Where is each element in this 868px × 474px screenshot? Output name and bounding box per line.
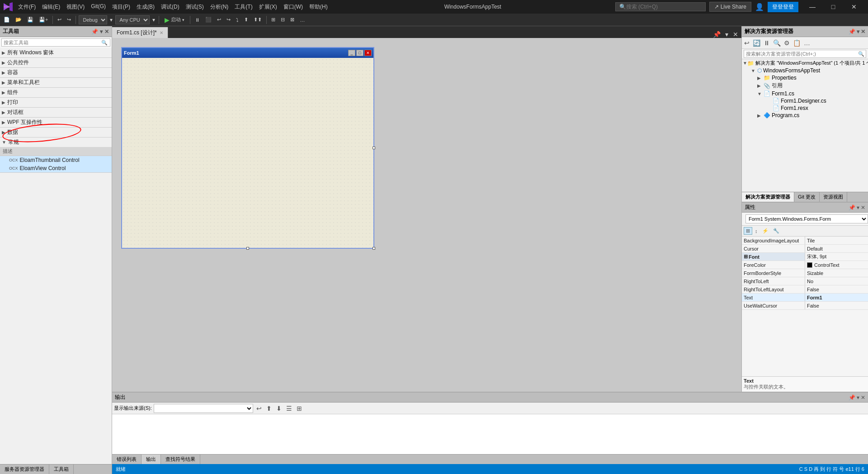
menu-help[interactable]: 帮助(H) xyxy=(307,2,330,12)
layout-btn-1[interactable]: ⊞ xyxy=(269,16,277,24)
redo-button[interactable]: ↪ xyxy=(65,16,73,24)
tree-programcs[interactable]: ▶ 🔷 Program.cs xyxy=(742,112,868,119)
tab-find-results[interactable]: 查找符号结果 xyxy=(161,455,200,464)
tab-bar-close[interactable]: ✕ xyxy=(731,31,740,38)
close-button[interactable]: ✕ xyxy=(844,0,864,14)
prop-val-wait-cursor[interactable]: False xyxy=(805,302,868,309)
live-share-button[interactable]: ↗ Live Share xyxy=(709,2,751,12)
tab-output[interactable]: 输出 xyxy=(142,455,161,464)
output-content[interactable] xyxy=(112,414,868,454)
menu-debug[interactable]: 调试(D) xyxy=(158,2,182,12)
maximize-button[interactable]: □ xyxy=(823,0,844,14)
toolbox-group-header-print[interactable]: ▶ 打印 xyxy=(0,98,112,107)
toolbox-arrow-icon[interactable]: ▾ xyxy=(100,28,103,35)
solution-tab-explorer[interactable]: 解决方案资源管理器 xyxy=(742,192,794,202)
form-close[interactable]: ✕ xyxy=(364,50,372,56)
props-close-icon[interactable]: ✕ xyxy=(861,204,865,211)
open-button[interactable]: 📂 xyxy=(14,16,24,24)
register-button[interactable]: 登登登登 xyxy=(768,2,798,12)
output-btn-4[interactable]: ☰ xyxy=(285,405,293,412)
sol-toolbar-btn-3[interactable]: ⏸ xyxy=(762,39,771,47)
layout-btn-2[interactable]: ⊟ xyxy=(279,16,287,24)
props-btn-sort[interactable]: ↕ xyxy=(753,228,760,234)
designer-canvas[interactable]: Form1 _ □ ✕ xyxy=(112,38,741,392)
bottom-tab-toolbox[interactable]: 工具箱 xyxy=(49,465,74,474)
props-pin-icon[interactable]: 📌 xyxy=(849,204,855,211)
form-body[interactable] xyxy=(122,58,373,248)
bottom-tab-server-explorer[interactable]: 服务器资源管理器 xyxy=(0,465,49,474)
output-source-select[interactable] xyxy=(154,404,253,413)
layout-btn-4[interactable]: … xyxy=(298,16,307,24)
search-input[interactable] xyxy=(626,4,698,10)
prop-val-cursor[interactable]: Default xyxy=(805,245,868,252)
resize-handle-right[interactable] xyxy=(373,147,375,149)
save-all-button[interactable]: 💾+ xyxy=(37,16,50,24)
toolbox-group-header-components[interactable]: ▶ 组件 xyxy=(0,88,112,97)
prop-val-font[interactable]: 宋体, 9pt xyxy=(805,253,868,261)
sol-toolbar-btn-4[interactable]: 🔍 xyxy=(772,39,782,47)
solution-tab-resource[interactable]: 资源视图 xyxy=(820,192,847,202)
tab-bar-more[interactable]: ▾ xyxy=(724,31,730,38)
menu-view[interactable]: 视图(V) xyxy=(64,2,87,12)
resize-handle-bottom-right[interactable] xyxy=(373,247,375,250)
form-maximize[interactable]: □ xyxy=(356,50,363,56)
prop-val-rtl-layout[interactable]: False xyxy=(805,285,868,293)
output-pin-icon[interactable]: 📌 xyxy=(849,394,855,401)
tree-form1resx[interactable]: ▶ 📄 Form1.resx xyxy=(742,104,868,112)
debug-btn-6[interactable]: ⬆ xyxy=(242,16,250,24)
sol-toolbar-btn-1[interactable]: ↩ xyxy=(743,39,751,47)
menu-git[interactable]: Git(G) xyxy=(88,2,108,12)
debug-btn-4[interactable]: ↪ xyxy=(225,16,232,24)
platform-select[interactable]: Any CPU xyxy=(115,15,150,24)
output-btn-3[interactable]: ⬇ xyxy=(275,405,283,412)
props-btn-events[interactable]: ⚡ xyxy=(760,228,770,234)
solution-tab-git[interactable]: Git 更改 xyxy=(794,192,820,202)
props-btn-grid[interactable]: ⊞ xyxy=(744,227,752,235)
menu-build[interactable]: 生成(B) xyxy=(134,2,157,12)
toolbox-group-header-data[interactable]: ▶ 数据 xyxy=(0,128,112,137)
profile-icon[interactable]: 👤 xyxy=(755,3,764,11)
undo-button[interactable]: ↩ xyxy=(56,16,63,24)
tab-error-list[interactable]: 错误列表 xyxy=(112,455,142,464)
sol-arrow-icon[interactable]: ▾ xyxy=(857,28,859,35)
toolbox-group-header-general[interactable]: ▼ 常规 xyxy=(0,137,112,147)
toolbox-item-eloam-thumbnail[interactable]: OCX EloamThumbnail Control xyxy=(0,156,112,164)
tree-properties[interactable]: ▶ 📁 Properties xyxy=(742,74,868,81)
debug-btn-3[interactable]: ↩ xyxy=(215,16,223,24)
prop-val-text[interactable]: Form1 xyxy=(805,294,868,301)
toolbox-group-header-menus[interactable]: ▶ 菜单和工具栏 xyxy=(0,78,112,87)
toolbox-item-eloam-view[interactable]: OCX EloamView Control xyxy=(0,164,112,172)
debug-btn-2[interactable]: ⬛ xyxy=(203,16,213,24)
output-btn-5[interactable]: ⊞ xyxy=(295,405,303,412)
layout-btn-3[interactable]: ⊠ xyxy=(288,16,296,24)
debug-btn-7[interactable]: ⬆⬆ xyxy=(252,16,264,24)
toolbox-group-header-dialogs[interactable]: ▶ 对话框 xyxy=(0,108,112,117)
menu-window[interactable]: 窗口(W) xyxy=(281,2,306,12)
prop-val-rtl[interactable]: No xyxy=(805,277,868,285)
sol-close-icon[interactable]: ✕ xyxy=(861,28,865,35)
save-button[interactable]: 💾 xyxy=(25,16,35,24)
menu-extensions[interactable]: 扩展(X) xyxy=(256,2,280,12)
tab-close-icon[interactable]: ✕ xyxy=(160,30,163,35)
tab-form1-design[interactable]: Form1.cs [设计]* ✕ xyxy=(112,27,168,38)
sol-toolbar-btn-7[interactable]: … xyxy=(802,39,811,47)
menu-edit[interactable]: 编辑(E) xyxy=(39,2,63,12)
project-item[interactable]: ▼ ⬡ WindowsFormsAppTest xyxy=(742,67,868,74)
toolbox-search-input[interactable] xyxy=(1,38,110,47)
prop-val-border-style[interactable]: Sizable xyxy=(805,269,868,277)
toolbox-group-header-all[interactable]: ▶ 所有 Windows 窗体 xyxy=(0,48,112,57)
form-minimize[interactable]: _ xyxy=(348,50,355,56)
toolbox-group-header-common[interactable]: ▶ 公共控件 xyxy=(0,58,112,67)
debug-config-select[interactable]: Debug xyxy=(79,15,107,24)
output-btn-1[interactable]: ↩ xyxy=(255,405,263,412)
menu-test[interactable]: 测试(S) xyxy=(183,2,207,12)
prop-val-bg-image-layout[interactable]: Tile xyxy=(805,237,868,244)
menu-analyze[interactable]: 分析(N) xyxy=(208,2,231,12)
new-project-button[interactable]: 📄 xyxy=(2,16,12,24)
menu-file[interactable]: 文件(F) xyxy=(15,2,38,12)
props-btn-pages[interactable]: 🔧 xyxy=(771,228,781,234)
menu-project[interactable]: 项目(P) xyxy=(109,2,133,12)
solution-root-item[interactable]: ▼ 📁 解决方案 "WindowsFormsAppTest" (1 个项目/共 … xyxy=(742,59,868,67)
props-arrow-icon[interactable]: ▾ xyxy=(857,204,859,211)
toolbox-close-icon[interactable]: ✕ xyxy=(104,28,109,35)
